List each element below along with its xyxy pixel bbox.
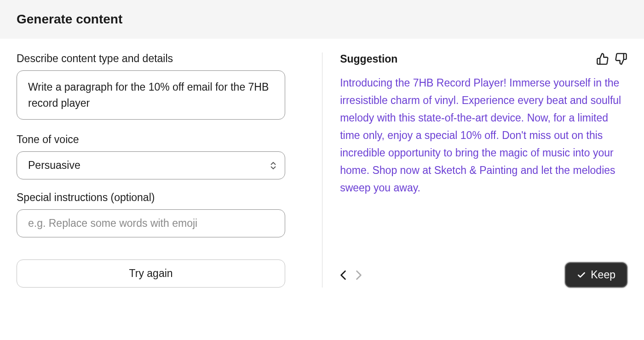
tone-select[interactable]: Persuasive bbox=[17, 151, 285, 179]
instructions-label: Special instructions (optional) bbox=[17, 191, 285, 204]
keep-button-label: Keep bbox=[591, 269, 615, 281]
suggestion-header: Suggestion bbox=[340, 52, 627, 65]
keep-button[interactable]: Keep bbox=[565, 262, 627, 288]
check-icon bbox=[577, 271, 586, 280]
suggestion-title: Suggestion bbox=[340, 53, 397, 65]
describe-field-group: Describe content type and details bbox=[17, 52, 285, 121]
dialog-title: Generate content bbox=[17, 12, 627, 27]
tone-field-group: Tone of voice Persuasive bbox=[17, 133, 285, 179]
prev-suggestion-button[interactable] bbox=[340, 270, 346, 280]
thumbs-up-icon[interactable] bbox=[596, 52, 609, 65]
dialog-content: Describe content type and details Tone o… bbox=[0, 39, 644, 301]
feedback-icons bbox=[596, 52, 627, 65]
instructions-field-group: Special instructions (optional) bbox=[17, 191, 285, 237]
try-again-button[interactable]: Try again bbox=[17, 259, 285, 288]
suggestion-pane: Suggestion Introducing the 7HB Record Pl… bbox=[322, 52, 627, 288]
describe-label: Describe content type and details bbox=[17, 52, 285, 65]
form-pane: Describe content type and details Tone o… bbox=[17, 52, 304, 288]
thumbs-down-icon[interactable] bbox=[615, 52, 627, 65]
suggestion-text: Introducing the 7HB Record Player! Immer… bbox=[340, 75, 627, 248]
dialog-header: Generate content bbox=[0, 0, 644, 39]
pagination-nav bbox=[340, 270, 362, 280]
next-suggestion-button[interactable] bbox=[356, 270, 362, 280]
instructions-input[interactable] bbox=[17, 209, 285, 237]
suggestion-footer: Keep bbox=[340, 262, 627, 288]
tone-label: Tone of voice bbox=[17, 133, 285, 146]
describe-input[interactable] bbox=[17, 70, 285, 120]
